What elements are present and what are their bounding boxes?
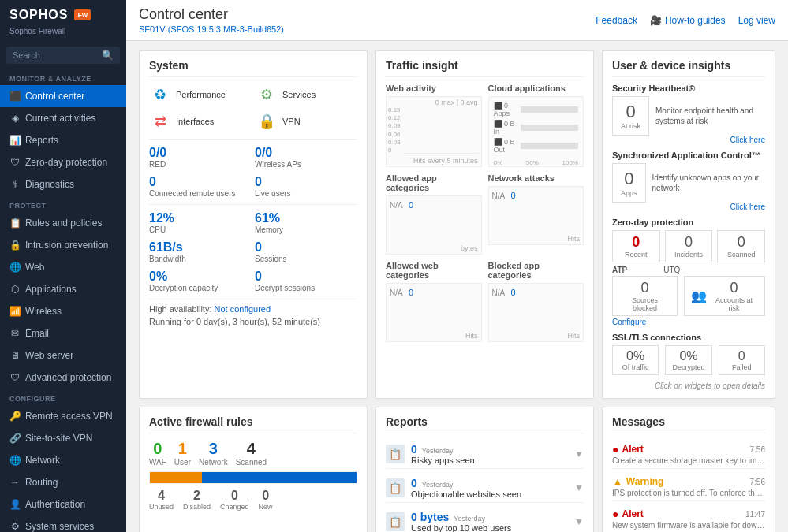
ssl-decrypted-box[interactable]: 0% Decrypted bbox=[665, 345, 711, 375]
accounts-num: 0 bbox=[710, 280, 758, 296]
sources-label: Sources blocked bbox=[619, 296, 670, 312]
zd-row: 0 Recent 0 Incidents 0 Scanned bbox=[612, 230, 765, 262]
sidebar-search-box[interactable]: 🔍 bbox=[6, 47, 120, 64]
fw-unused-label: Unused bbox=[149, 503, 174, 511]
hits-label2: Hits bbox=[568, 235, 581, 243]
sidebar-item-label: Rules and policies bbox=[25, 218, 102, 229]
stat-wireless: 0/0 Wireless APs bbox=[255, 144, 357, 170]
sidebar-item-diagnostics[interactable]: ⚕ Diagnostics bbox=[0, 173, 126, 195]
sys-services[interactable]: ⚙ Services bbox=[256, 84, 357, 106]
reports-card: Reports 📋 0 Yesterday Risky apps seen ▼ … bbox=[375, 407, 594, 532]
security-hb-click[interactable]: Click here bbox=[612, 136, 765, 144]
msg-title-0: ● Alert bbox=[612, 443, 644, 456]
sidebar-item-adv-protection[interactable]: 🛡 Advanced protection bbox=[0, 366, 126, 389]
report-arrow-1[interactable]: ▼ bbox=[574, 482, 584, 493]
memory-value: 61% bbox=[255, 211, 357, 225]
zd-scanned-num: 0 bbox=[723, 234, 760, 251]
wireless-value: 0/0 bbox=[255, 146, 357, 160]
stat-decrypt: 0% Decryption capacity bbox=[149, 268, 252, 294]
accounts-box[interactable]: 👥 0 Accounts at risk bbox=[684, 276, 765, 316]
sidebar-item-authentication[interactable]: 👤 Authentication bbox=[0, 493, 126, 515]
sys-performance[interactable]: ♻ Performance bbox=[149, 84, 251, 106]
ssl-traffic-box[interactable]: 0% Of traffic bbox=[612, 345, 659, 375]
sidebar-item-control-center[interactable]: ⬛ Control center bbox=[0, 85, 126, 107]
sidebar-item-remote-vpn[interactable]: 🔑 Remote access VPN bbox=[0, 405, 126, 427]
security-hb-box[interactable]: 0 At risk bbox=[612, 96, 649, 136]
sidebar-item-reports[interactable]: 📊 Reports bbox=[0, 129, 126, 151]
sidebar-item-label: Intrusion prevention bbox=[25, 240, 108, 251]
stat-cpu: 12% CPU bbox=[149, 210, 252, 236]
sources-num: 0 bbox=[619, 280, 670, 296]
auth-icon: 👤 bbox=[9, 499, 21, 510]
security-hb-title: Security Heartbeat® bbox=[612, 84, 765, 93]
zd-incidents-box[interactable]: 0 Incidents bbox=[665, 230, 713, 262]
ha-status[interactable]: Not configured bbox=[215, 304, 271, 314]
sync-title: Synchronized Application Control™ bbox=[612, 151, 765, 160]
report-item-2[interactable]: 📋 0 bytes Yesterday Used by top 10 web u… bbox=[386, 508, 584, 532]
cloud-bin-label: ⬛ 0 B In bbox=[494, 120, 517, 136]
sidebar-item-label: Diagnostics bbox=[25, 179, 74, 190]
divider2 bbox=[149, 204, 357, 205]
sys-perf-stats: 12% CPU 61% Memory 61B/s Bandwidth 0 Ses… bbox=[149, 210, 357, 294]
sidebar-item-label: Zero-day protection bbox=[25, 157, 107, 168]
network-attacks-label: Network attacks bbox=[488, 173, 584, 183]
sidebar-item-email[interactable]: ✉ Email bbox=[0, 322, 126, 344]
sources-box[interactable]: 0 Sources blocked bbox=[612, 276, 678, 316]
report-icon-2: 📋 bbox=[386, 512, 405, 531]
sync-box[interactable]: 0 Apps bbox=[612, 163, 646, 203]
sidebar-item-wireless[interactable]: 📶 Wireless bbox=[0, 300, 126, 322]
section-protect: PROTECT bbox=[0, 195, 126, 212]
report-date-1: Yesterday bbox=[422, 481, 454, 489]
vpn-icon: 🔒 bbox=[256, 110, 278, 132]
sys-interfaces[interactable]: ⇄ Interfaces bbox=[149, 110, 251, 132]
fw-new: 0 New bbox=[259, 489, 273, 511]
na-left: N/A bbox=[390, 201, 403, 210]
zd-recent-box[interactable]: 0 Recent bbox=[612, 230, 660, 262]
how-to-link[interactable]: 🎥 How-to guides bbox=[650, 15, 726, 26]
ssl-failed-box[interactable]: 0 Failed bbox=[719, 345, 765, 375]
sidebar-item-rules-policies[interactable]: 📋 Rules and policies bbox=[0, 212, 126, 234]
sidebar-item-network[interactable]: 🌐 Network bbox=[0, 449, 126, 471]
sidebar-item-web-server[interactable]: 🖥 Web server bbox=[0, 344, 126, 366]
sidebar-item-routing[interactable]: ↔ Routing bbox=[0, 471, 126, 493]
sys-stats: 0/0 RED 0/0 Wireless APs 0 Connected rem… bbox=[149, 144, 357, 199]
atp-row: ATP UTQ bbox=[612, 266, 765, 274]
adv-protection-icon: 🛡 bbox=[9, 372, 21, 383]
cloud-bout-bar bbox=[521, 143, 579, 149]
sys-icons-row: ♻ Performance ⚙ Services ⇄ Interfaces 🔒 … bbox=[149, 84, 357, 132]
report-arrow-2[interactable]: ▼ bbox=[574, 516, 584, 527]
sidebar-item-label: Wireless bbox=[25, 306, 62, 317]
configure-link[interactable]: Configure bbox=[612, 318, 765, 326]
sidebar: SOPHOS Fw Sophos Firewall 🔍 MONITOR & AN… bbox=[0, 0, 126, 532]
sidebar-item-system-services[interactable]: ⚙ System services bbox=[0, 515, 126, 532]
report-info-0: 0 Yesterday Risky apps seen bbox=[411, 443, 568, 465]
sidebar-item-intrusion[interactable]: 🔒 Intrusion prevention bbox=[0, 234, 126, 256]
sidebar-item-current-activities[interactable]: ◈ Current activities bbox=[0, 107, 126, 129]
running-info: Running for 0 day(s), 3 hour(s), 52 minu… bbox=[149, 317, 357, 326]
email-icon: ✉ bbox=[9, 328, 21, 339]
feedback-link[interactable]: Feedback bbox=[596, 15, 637, 26]
sync-click[interactable]: Click here bbox=[612, 203, 765, 211]
report-item-1[interactable]: 📋 0 Yesterday Objectionable websites see… bbox=[386, 474, 584, 503]
log-view-link[interactable]: Log view bbox=[738, 15, 775, 26]
sync-desc: Identify unknown apps on your network bbox=[652, 173, 765, 193]
report-arrow-0[interactable]: ▼ bbox=[574, 448, 584, 459]
sophos-logo-text: SOPHOS bbox=[9, 8, 68, 22]
fw-bar-network bbox=[202, 472, 357, 483]
msg-time-0: 7:56 bbox=[750, 445, 765, 454]
bandwidth-label: Bandwidth bbox=[149, 255, 252, 263]
messages-title: Messages bbox=[612, 415, 765, 433]
zd-title: Zero-day protection bbox=[612, 218, 765, 227]
web-activity-chart: 0 max | 0 avg 0.15 0.12 0.09 0.06 0.03 0 bbox=[386, 96, 482, 167]
sidebar-item-zero-day[interactable]: 🛡 Zero-day protection bbox=[0, 151, 126, 173]
zd-scanned-box[interactable]: 0 Scanned bbox=[717, 230, 765, 262]
search-input[interactable] bbox=[13, 50, 99, 60]
sidebar-item-site-vpn[interactable]: 🔗 Site-to-site VPN bbox=[0, 427, 126, 449]
sidebar-item-label: Remote access VPN bbox=[25, 411, 113, 422]
report-item-0[interactable]: 📋 0 Yesterday Risky apps seen ▼ bbox=[386, 440, 584, 469]
fw-network: 3 Network bbox=[199, 440, 228, 467]
sidebar-item-web[interactable]: 🌐 Web bbox=[0, 256, 126, 278]
sys-vpn[interactable]: 🔒 VPN bbox=[256, 110, 357, 132]
allowed-app-label: Allowed app categories bbox=[386, 173, 482, 192]
sidebar-item-applications[interactable]: ⬡ Applications bbox=[0, 278, 126, 300]
